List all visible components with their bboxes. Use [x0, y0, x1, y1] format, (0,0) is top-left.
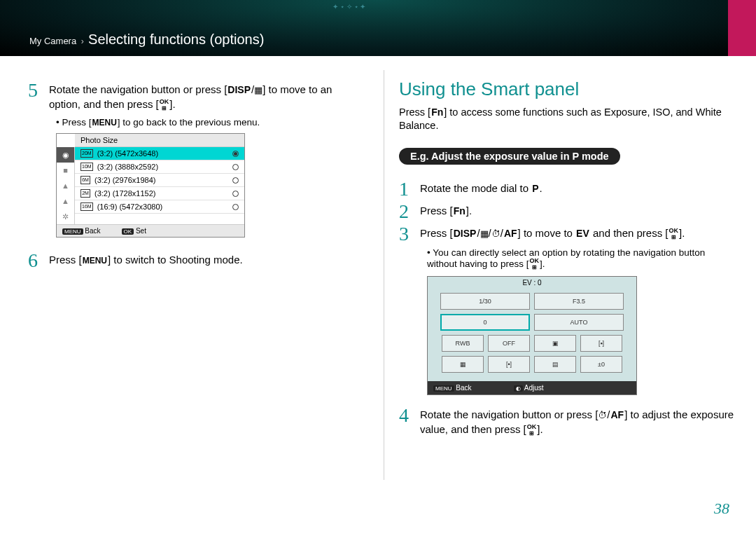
smart-panel-diagram: EV : 0 1/30 F3.5 0 AUTO RWB OFF ▣ [▪] ▦ [427, 276, 637, 395]
menu-row: 10M(3:2) (3888x2592) [75, 160, 244, 174]
text: and then press [ [590, 227, 668, 239]
step-5: 5 Rotate the navigation button or press … [28, 83, 357, 111]
text: Press [ [49, 254, 82, 266]
text: Rotate the mode dial to [420, 182, 531, 194]
size-icon: 20M [80, 149, 93, 158]
menu-key-badge: MENU [433, 385, 454, 392]
text: Press [ [420, 205, 453, 217]
text: You can directly select an option by rot… [427, 247, 705, 269]
text: ]. [540, 259, 545, 269]
step-text: Rotate the navigation button or press [⏱… [420, 408, 735, 437]
ok-key-icon [159, 99, 170, 111]
panel-cell: ±0 [580, 356, 622, 373]
ok-key-icon [668, 228, 680, 240]
text: E.g. Adjust the exposure value in [410, 151, 573, 162]
foot-label: Adjust [524, 384, 544, 392]
row-label: (3:2) (1728x1152) [94, 189, 155, 198]
radio-icon [232, 204, 239, 210]
panel-cell: ▤ [534, 356, 576, 373]
step-number: 4 [399, 408, 420, 423]
tab-user2-icon: ▲ [57, 193, 74, 209]
fn-key: Fn [453, 204, 466, 218]
example-pill: E.g. Adjust the exposure value in P mode [399, 148, 620, 165]
breadcrumb-title: Selecting functions (options) [88, 32, 264, 47]
panel-cell: ▦ [442, 356, 484, 373]
step-text: Rotate the navigation button or press [D… [49, 83, 357, 111]
step-3-subnote: You can directly select an option by rot… [427, 247, 735, 270]
step-2: 2 Press [Fn]. [399, 204, 735, 219]
panel-footer: MENU Back ◐ Adjust [428, 381, 636, 394]
tab-settings-icon: ✲ [57, 209, 74, 224]
tab-video-icon: ■ [57, 163, 74, 178]
text: ] to go back to the previous menu. [118, 117, 260, 128]
af-key: AF [610, 408, 625, 422]
step-text: Press [MENU] to switch to Shooting mode. [49, 253, 357, 268]
header-accent-stripe [728, 0, 756, 56]
menu-row: 6M(3:2) (2976x1984) [75, 174, 244, 187]
grid-icon: ▦ [480, 228, 489, 239]
foot-label: Back [85, 227, 100, 235]
panel-row: 1/30 F3.5 [432, 293, 632, 310]
text: ] to move to [518, 227, 576, 239]
step-6: 6 Press [MENU] to switch to Shooting mod… [28, 253, 357, 268]
step-5-subnote: Press [MENU] to go back to the previous … [56, 117, 357, 128]
panel-row: 0 AUTO [432, 314, 632, 331]
menu-row: 2M(3:2) (1728x1152) [75, 187, 244, 200]
menu-key: MENU [82, 254, 108, 268]
menu-row: 20M(3:2) (5472x3648) [75, 147, 244, 160]
row-label: (3:2) (3888x2592) [97, 163, 158, 171]
disp-key: DISP [453, 226, 477, 240]
step-text: Press [DISP/▦/⏱/AF] to move to EV and th… [420, 226, 735, 241]
step-1: 1 Rotate the mode dial to P. [399, 181, 735, 197]
timer-icon: ⏱ [598, 410, 607, 420]
p-mode-key: P [573, 151, 579, 162]
step-text: Rotate the mode dial to P. [420, 181, 735, 195]
menu-tabs: ◉ ■ ▲ ▲ ✲ [57, 147, 75, 224]
grid-icon: ▦ [254, 85, 262, 95]
panel-cell: [•] [488, 356, 530, 373]
step-4: 4 Rotate the navigation button or press … [399, 408, 735, 437]
radio-icon [232, 191, 239, 197]
menu-title: Photo Size [75, 134, 244, 147]
size-icon: 16M [80, 202, 93, 211]
ev-scale: 0 [440, 314, 530, 331]
menu-rows: 20M(3:2) (5472x3648) 10M(3:2) (3888x2592… [75, 147, 244, 224]
page-header: ✦ ⋆ ✧ ⋆ ✦ My Camera › Selecting function… [0, 0, 756, 56]
panel-cell: [▪] [580, 335, 622, 352]
row-label: (3:2) (2976x1984) [94, 176, 155, 184]
text: Press [ [62, 117, 91, 128]
page-number: 38 [714, 500, 729, 518]
text: ] to access some functions such as Expos… [399, 106, 722, 131]
text: ]. [466, 205, 472, 217]
radio-icon [232, 164, 239, 170]
ev-key: EV [575, 226, 590, 240]
val: F3.5 [573, 298, 585, 305]
val: 0 [483, 319, 486, 326]
radio-selected-icon [232, 151, 239, 157]
foot-label: Back [456, 384, 471, 392]
text: ]. [679, 227, 685, 239]
tab-camera-icon: ◉ [57, 147, 74, 163]
menu-footer: MENU Back OK Set [57, 224, 244, 237]
breadcrumb-arrow-icon: › [80, 36, 85, 46]
val: 1/30 [479, 298, 491, 305]
step-number: 5 [28, 83, 49, 98]
panel-grid: 1/30 F3.5 0 AUTO RWB OFF ▣ [▪] ▦ [•] ▤ [428, 289, 636, 381]
af-key: AF [503, 226, 518, 240]
row-label: (16:9) (5472x3080) [97, 202, 163, 211]
ok-key-icon [529, 258, 540, 270]
aperture-scale: F3.5 [534, 293, 624, 310]
row-label: (3:2) (5472x3648) [97, 149, 158, 158]
left-column: 5 Rotate the navigation button or press … [0, 63, 378, 442]
val: AUTO [570, 319, 588, 326]
dial-icon-badge: ◐ [514, 385, 523, 392]
step-number: 1 [399, 181, 420, 197]
radio-icon [232, 177, 239, 184]
text: . [540, 182, 542, 194]
panel-row: RWB OFF ▣ [▪] [432, 335, 632, 352]
panel-cell: ▣ [534, 335, 576, 352]
menu-key: MENU [92, 118, 118, 128]
photo-size-menu-diagram: Photo Size ◉ ■ ▲ ▲ ✲ 20M(3:2) (5472x3648… [56, 133, 245, 238]
decorative-sparkles: ✦ ⋆ ✧ ⋆ ✦ [332, 3, 365, 11]
panel-row: ▦ [•] ▤ ±0 [432, 356, 632, 373]
